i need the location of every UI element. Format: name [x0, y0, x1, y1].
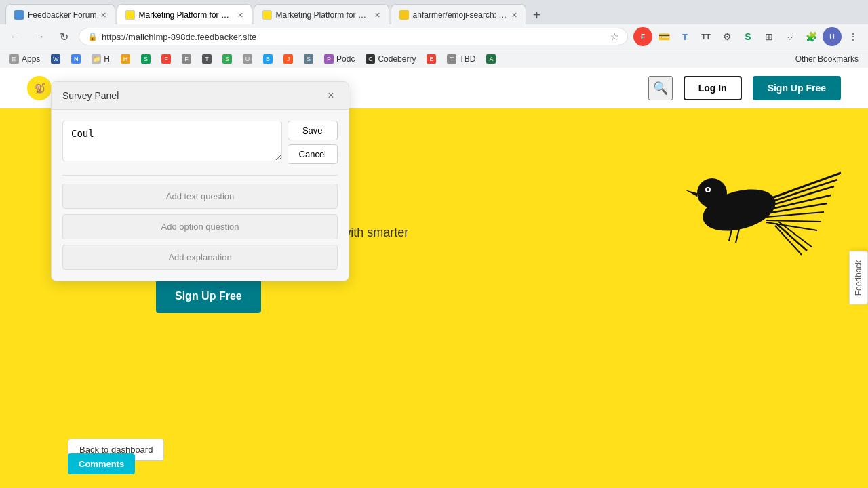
search-icon: 🔍 [653, 81, 668, 96]
bookmark-s[interactable]: S [137, 53, 155, 65]
forward-button[interactable]: → [30, 27, 49, 46]
hero-cta-button[interactable]: Sign Up Free [156, 279, 261, 313]
bookmark-n[interactable]: N [67, 53, 85, 65]
bookmark-h2-icon: H [121, 54, 130, 64]
bookmark-a[interactable]: A [482, 53, 500, 65]
bookmark-f2[interactable]: F [178, 53, 195, 65]
bookmark-n-icon: N [71, 54, 81, 64]
svg-line-17 [736, 229, 739, 243]
bookmark-h-label: H [104, 54, 110, 64]
bookmark-e-icon: E [427, 54, 436, 64]
browser-extensions: F 💳 T TT ⚙ S ⊞ ⛉ 🧩 U ⋮ [633, 27, 863, 46]
bookmark-s2-icon: S [222, 54, 232, 64]
bookmark-apps[interactable]: ⊞ Apps [5, 53, 44, 65]
tab-feedbacker-close[interactable]: × [100, 9, 106, 20]
survey-panel: Survey Panel × Save Cancel Add text ques… [51, 81, 349, 281]
ext-icon-bookmark[interactable]: ⛉ [781, 27, 800, 46]
bookmark-e[interactable]: E [422, 53, 440, 65]
bookmark-tbd[interactable]: T TBD [443, 53, 479, 65]
bookmark-j[interactable]: J [279, 53, 297, 65]
bookmark-j-icon: J [283, 54, 293, 64]
bookmark-tbd-label: TBD [459, 54, 475, 64]
ext-icon-wallet[interactable]: 💳 [654, 27, 673, 46]
bookmark-apps-icon: ⊞ [9, 54, 19, 64]
feedbacker-favicon [14, 10, 24, 20]
bookmark-t[interactable]: T [198, 53, 216, 65]
bookmark-other[interactable]: Other Bookmarks [791, 53, 863, 65]
add-option-question-button[interactable]: Add option question [62, 214, 338, 239]
svg-point-4 [707, 188, 709, 191]
bookmark-h-icon: 📁 [92, 54, 101, 64]
survey-save-button[interactable]: Save [288, 121, 338, 140]
bookmark-podc-icon: P [324, 54, 334, 64]
back-button[interactable]: ← [5, 27, 24, 46]
bookmark-h2[interactable]: H [117, 53, 134, 65]
emoji-favicon [399, 10, 409, 20]
add-explanation-button[interactable]: Add explanation [62, 245, 338, 270]
tab-mailchimp1-label: Marketing Platform for Small B... [139, 10, 234, 20]
ext-icon-tt[interactable]: TT [696, 27, 715, 46]
add-text-question-button[interactable]: Add text question [62, 184, 338, 209]
bookmark-f-red[interactable]: F [157, 53, 175, 65]
bookmarks-bar: ⊞ Apps W N 📁 H H S F F T S [0, 49, 868, 68]
browser-chrome: Feedbacker Forum × Marketing Platform fo… [0, 0, 868, 68]
tab-bar: Feedbacker Forum × Marketing Platform fo… [0, 0, 868, 24]
ext-icon-puzzle[interactable]: 🧩 [802, 27, 821, 46]
survey-cancel-button[interactable]: Cancel [288, 144, 338, 164]
bookmark-f-red-icon: F [161, 54, 171, 64]
bookmark-s2[interactable]: S [218, 53, 236, 65]
ext-avatar[interactable]: U [823, 27, 842, 46]
ext-icon-translate[interactable]: T [675, 27, 694, 46]
bird-illustration [631, 122, 848, 285]
ext-icon-grid[interactable]: ⊞ [760, 27, 778, 46]
bookmark-w-icon: W [51, 54, 60, 64]
survey-divider [62, 175, 338, 176]
mc-logo: 🐒 [27, 76, 52, 100]
bookmark-other-label: Other Bookmarks [795, 54, 859, 64]
tab-mailchimp2-close[interactable]: × [374, 9, 380, 20]
svg-line-14 [775, 226, 802, 255]
bookmark-b[interactable]: B [259, 53, 277, 65]
lock-icon: 🔒 [87, 32, 98, 41]
bookmark-u-icon: U [243, 54, 252, 64]
survey-panel-close-button[interactable]: × [324, 89, 338, 102]
tab-emoji-close[interactable]: × [511, 9, 517, 20]
ext-icon-1[interactable]: F [633, 27, 652, 46]
mc-header-right: 🔍 Log In Sign Up Free [648, 76, 841, 100]
tab-mailchimp1[interactable]: Marketing Platform for Small B... × [117, 4, 252, 24]
signup-button[interactable]: Sign Up Free [753, 76, 841, 100]
tab-mailchimp1-close[interactable]: × [237, 9, 243, 20]
bookmark-codeberry[interactable]: C Codeberry [361, 53, 420, 65]
bookmark-a-icon: A [486, 54, 496, 64]
login-button[interactable]: Log In [684, 76, 742, 100]
chrome-menu[interactable]: ⋮ [844, 27, 863, 46]
mailchimp1-favicon [125, 10, 135, 20]
mailchimp2-favicon [262, 10, 272, 20]
address-bar[interactable]: 🔒 https://mailchimp-898dc.feedbacker.sit… [79, 28, 628, 45]
tab-mailchimp2[interactable]: Marketing Platform for Small B... × [254, 4, 389, 24]
bookmark-f2-icon: F [182, 54, 191, 64]
tab-mailchimp2-label: Marketing Platform for Small B... [276, 10, 371, 20]
new-tab-button[interactable]: + [528, 5, 547, 24]
bookmark-s3[interactable]: S [300, 53, 317, 65]
bookmark-s3-icon: S [304, 54, 313, 64]
bookmark-star-icon[interactable]: ☆ [610, 31, 619, 42]
bookmark-u[interactable]: U [239, 53, 256, 65]
ext-icon-gear[interactable]: ⚙ [717, 27, 736, 46]
comments-button[interactable]: Comments [68, 453, 135, 474]
reload-button[interactable]: ↻ [54, 27, 73, 46]
survey-question-textarea[interactable] [62, 121, 282, 161]
address-bar-row: ← → ↻ 🔒 https://mailchimp-898dc.feedback… [0, 24, 868, 49]
bookmark-b-icon: B [263, 54, 273, 64]
survey-panel-body: Save Cancel Add text question Add option… [52, 110, 349, 281]
bookmark-w[interactable]: W [47, 53, 64, 65]
ext-icon-s[interactable]: S [738, 27, 757, 46]
feedbacker-sidebar-tab[interactable]: Feedback [849, 251, 868, 305]
tab-feedbacker[interactable]: Feedbacker Forum × [5, 4, 115, 24]
tab-emoji-label: ahfarmer/emoji-search: Simpl... [413, 10, 508, 20]
bookmark-folder-h[interactable]: 📁 H [87, 53, 114, 65]
survey-action-buttons: Save Cancel [288, 121, 338, 164]
bookmark-podc[interactable]: P Podc [320, 53, 359, 65]
tab-emoji[interactable]: ahfarmer/emoji-search: Simpl... × [391, 4, 526, 24]
search-button[interactable]: 🔍 [648, 76, 673, 100]
